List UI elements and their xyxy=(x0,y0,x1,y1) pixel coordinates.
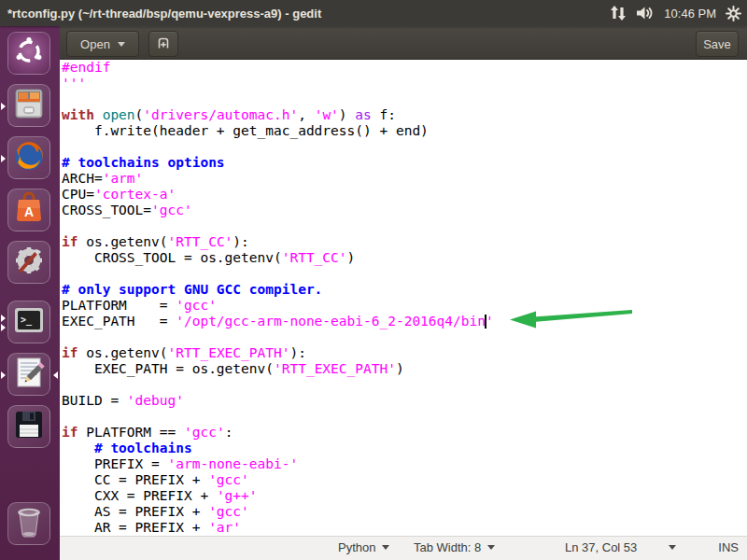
text-editor-icon xyxy=(12,356,46,393)
open-button-label: Open xyxy=(80,37,110,51)
status-bar: Python Tab Width: 8 Ln 37, Col 53 INS xyxy=(60,536,747,560)
save-button[interactable]: Save xyxy=(696,31,739,57)
code-line: BUILD = 'debug' xyxy=(62,393,747,409)
session-gear-icon[interactable] xyxy=(726,6,741,21)
running-pip xyxy=(1,103,6,110)
floppy-disk-icon xyxy=(12,408,46,445)
unity-launcher: A >_ xyxy=(0,26,60,560)
network-arrows-icon[interactable] xyxy=(610,6,627,21)
code-line: EXEC_PATH = '/opt/gcc-arm-none-eabi-6_2-… xyxy=(62,314,747,329)
running-pip xyxy=(1,371,6,379)
language-label: Python xyxy=(338,540,375,554)
code-line xyxy=(62,329,747,345)
gear-wrench-icon xyxy=(12,244,46,281)
firefox-icon xyxy=(12,139,46,176)
ubuntu-logo-icon xyxy=(13,35,45,71)
shopping-bag-icon: A xyxy=(12,191,46,229)
window-title: *rtconfig.py (~/rt-thread/bsp/qemu-vexpr… xyxy=(7,7,321,21)
code-line xyxy=(62,377,747,393)
cursor-position: Ln 37, Col 53 xyxy=(565,540,637,554)
volume-icon[interactable] xyxy=(636,6,655,21)
code-line: PREFIX = 'arm-none-eabi-' xyxy=(62,456,747,472)
code-line: EXEC_PATH = os.getenv('RTT_EXEC_PATH') xyxy=(62,361,747,377)
top-panel: *rtconfig.py (~/rt-thread/bsp/qemu-vexpr… xyxy=(0,0,747,26)
code-line: # toolchains xyxy=(62,441,747,456)
launcher-item-firefox[interactable] xyxy=(7,136,50,179)
cursor-position-label: Ln 37, Col 53 xyxy=(565,540,637,554)
code-line: if PLATFORM == 'gcc': xyxy=(62,425,747,441)
code-line: CROSS_TOOL='gcc' xyxy=(62,203,747,218)
new-document-button[interactable] xyxy=(148,31,178,57)
tab-width-label: Tab Width: 8 xyxy=(414,540,481,554)
open-button[interactable]: Open xyxy=(66,31,139,57)
running-pip xyxy=(1,315,6,322)
clock[interactable]: 10:46 PM xyxy=(664,7,716,21)
code-line: # only support GNU GCC compiler. xyxy=(62,282,747,298)
tab-width-dropdown[interactable]: Tab Width: 8 xyxy=(414,540,495,554)
code-line xyxy=(62,139,747,155)
launcher-item-gedit[interactable] xyxy=(7,353,50,396)
language-dropdown[interactable]: Python xyxy=(338,540,389,554)
code-line: PLATFORM = 'gcc' xyxy=(62,298,747,314)
launcher-item-files[interactable] xyxy=(7,84,50,127)
code-line: CPU='cortex-a' xyxy=(62,187,747,203)
code-line xyxy=(62,91,747,107)
running-pip xyxy=(1,155,6,162)
code-area[interactable]: #endif''' with open('drivers/automac.h',… xyxy=(60,60,747,536)
code-line xyxy=(62,266,747,282)
launcher-item-trash[interactable] xyxy=(7,502,50,545)
svg-text:A: A xyxy=(24,204,34,219)
launcher-item-dash-home[interactable] xyxy=(7,32,50,75)
code-line xyxy=(62,218,747,234)
code-line: with open('drivers/automac.h', 'w') as f… xyxy=(62,107,747,123)
focused-app-arrow xyxy=(53,371,58,379)
launcher-item-software-center[interactable]: A xyxy=(7,189,50,231)
trash-icon xyxy=(12,505,46,542)
new-document-icon xyxy=(156,35,171,53)
running-pip xyxy=(1,324,6,331)
code-line: CXX = PREFIX + 'g++' xyxy=(62,488,747,504)
file-cabinet-icon xyxy=(12,87,46,124)
launcher-item-system-settings[interactable] xyxy=(7,241,50,284)
terminal-icon: >_ xyxy=(12,303,46,341)
code-line: f.write(header + get_mac_address() + end… xyxy=(62,123,747,139)
chevron-down-icon xyxy=(669,545,676,550)
launcher-item-floppy-archive[interactable] xyxy=(7,405,50,448)
code-line: #endif xyxy=(62,60,747,76)
gedit-window: Open Save #endif''' with open('drivers/a… xyxy=(60,26,747,560)
gedit-toolbar: Open Save xyxy=(60,26,747,60)
code-line: if os.getenv('RTT_CC'): xyxy=(62,234,747,250)
insert-mode-indicator: INS xyxy=(718,540,739,554)
save-button-label: Save xyxy=(703,37,731,51)
insert-mode-label: INS xyxy=(718,540,739,554)
code-line: if os.getenv('RTT_EXEC_PATH'): xyxy=(62,345,747,361)
code-line: CC = PREFIX + 'gcc' xyxy=(62,472,747,488)
code-line: ARCH='arm' xyxy=(62,171,747,187)
code-line: AS = PREFIX + 'gcc' xyxy=(62,504,747,520)
code-line: # toolchains options xyxy=(62,155,747,171)
svg-text:>_: >_ xyxy=(21,315,33,326)
code-line: ''' xyxy=(62,76,747,91)
code-line: CROSS_TOOL = os.getenv('RTT_CC') xyxy=(62,250,747,266)
launcher-item-terminal[interactable]: >_ xyxy=(7,301,50,343)
code-line: AR = PREFIX + 'ar' xyxy=(62,520,747,536)
code-line xyxy=(62,409,747,425)
chevron-down-icon xyxy=(382,545,389,550)
goto-line-dropdown[interactable] xyxy=(669,545,676,550)
chevron-down-icon xyxy=(487,545,495,550)
chevron-down-icon xyxy=(118,42,125,47)
